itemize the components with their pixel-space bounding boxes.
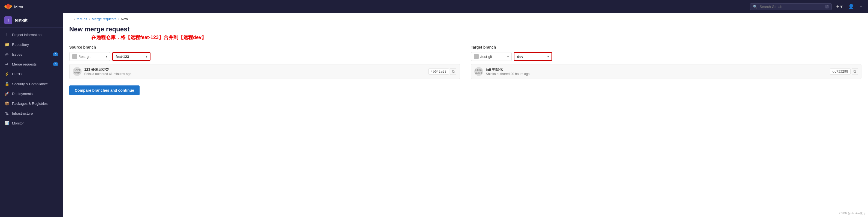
- target-branch-title: Target branch: [471, 45, 862, 49]
- target-repo-chevron: ▾: [507, 55, 509, 58]
- breadcrumb: ... › test-git › Merge requests › New: [63, 13, 868, 23]
- target-repo-value: /test-git: [480, 55, 492, 59]
- issues-badge: 0: [53, 52, 58, 56]
- target-commit-title: init 初始化: [486, 67, 827, 72]
- deploy-icon: 🚀: [4, 91, 9, 96]
- target-commit-info: Shinkavata init 初始化 Shinka authored 20 h…: [471, 64, 862, 79]
- sidebar-item-label: Repository: [12, 43, 29, 47]
- breadcrumb-section[interactable]: Merge requests: [92, 17, 116, 21]
- breadcrumb-sep-1: ›: [74, 17, 75, 21]
- target-branch-col: Target branch /test-git ▾ dev ▾: [471, 45, 862, 79]
- source-commit-details: 123 修改启动类 Shinka authored 41 minutes ago: [84, 67, 426, 76]
- sidebar-item-deployments[interactable]: 🚀 Deployments: [0, 89, 63, 99]
- nav-menu-label: Menu: [14, 4, 25, 9]
- target-branch-select[interactable]: dev ▾: [514, 52, 552, 61]
- sidebar-item-label: CI/CD: [12, 72, 22, 76]
- sidebar-item-repository[interactable]: 📁 Repository: [0, 39, 63, 49]
- breadcrumb-sep-2: ›: [89, 17, 90, 21]
- target-commit-avatar: Shinkavata: [474, 67, 483, 76]
- target-repo-select[interactable]: /test-git ▾: [471, 52, 512, 61]
- sidebar-item-merge-requests[interactable]: ⇌ Merge requests 0: [0, 59, 63, 69]
- app-body: T test-git ℹ Project information 📁 Repos…: [0, 13, 868, 217]
- target-avatar-label: Shinkavata: [475, 69, 482, 75]
- plus-icon: +: [836, 4, 839, 9]
- source-repo-avatar: [72, 54, 77, 59]
- branch-columns: Source branch /test-git ▾ feat-123 ▾: [69, 45, 862, 79]
- chevron-icon: ▾: [840, 4, 843, 9]
- packages-icon: 📦: [4, 101, 9, 106]
- source-commit-info: Shinkavata 123 修改启动类 Shinka authored 41 …: [69, 64, 460, 79]
- target-branch-selectors: /test-git ▾ dev ▾: [471, 52, 862, 61]
- page-header: New merge request 在远程仓库，将【远程feat-123】合并到…: [63, 23, 868, 45]
- source-repo-select[interactable]: /test-git ▾: [69, 52, 110, 61]
- sidebar-item-label: Infrastructure: [12, 111, 33, 115]
- source-commit-hash: 4b642a28: [428, 69, 449, 75]
- sidebar-item-label: Issues: [12, 52, 22, 56]
- info-icon: ℹ: [4, 32, 9, 37]
- sidebar-nav: ℹ Project information 📁 Repository ◎ Iss…: [0, 28, 63, 217]
- breadcrumb-current: New: [121, 17, 128, 21]
- sidebar-item-label: Security & Compliance: [12, 82, 48, 86]
- nav-logo[interactable]: Menu: [4, 3, 25, 10]
- source-commit-avatar: Shinkavata: [73, 67, 82, 76]
- source-repo-chevron: ▾: [106, 55, 107, 58]
- target-branch-value: dev: [517, 55, 523, 59]
- project-name: test-git: [15, 18, 28, 22]
- branch-section: Source branch /test-git ▾ feat-123 ▾: [63, 45, 868, 102]
- target-copy-hash-button[interactable]: ⧉: [851, 68, 858, 75]
- main-content: ... › test-git › Merge requests › New Ne…: [63, 13, 868, 217]
- issues-icon: ◎: [4, 52, 9, 57]
- merge-requests-badge: 0: [53, 62, 58, 66]
- project-avatar: T: [4, 17, 12, 24]
- profile-button[interactable]: 👤: [847, 2, 855, 11]
- fork-icon: ⑂: [860, 4, 863, 9]
- sidebar: T test-git ℹ Project information 📁 Repos…: [0, 13, 63, 217]
- monitor-icon: 📊: [4, 120, 9, 126]
- target-commit-details: init 初始化 Shinka authored 20 hours ago: [486, 67, 827, 76]
- target-repo-avatar: [474, 54, 479, 59]
- sidebar-item-label: Merge requests: [12, 62, 36, 66]
- fork-button[interactable]: ⑂: [859, 3, 864, 11]
- sidebar-item-infrastructure[interactable]: 🏗 Infrastructure: [0, 108, 63, 118]
- source-commit-hash-section: 4b642a28 ⧉: [428, 68, 456, 75]
- cicd-icon: ⚡: [4, 72, 9, 76]
- source-branch-selectors: /test-git ▾ feat-123 ▾: [69, 52, 460, 61]
- breadcrumb-sep-3: ›: [118, 17, 119, 21]
- breadcrumb-project[interactable]: test-git: [76, 17, 87, 21]
- source-branch-value: feat-123: [116, 55, 129, 59]
- repo-icon: 📁: [4, 42, 9, 47]
- breadcrumb-group[interactable]: ...: [69, 17, 72, 21]
- sidebar-item-label: Packages & Registries: [12, 102, 48, 106]
- page-title: New merge request: [69, 25, 862, 33]
- source-commit-title: 123 修改启动类: [84, 67, 426, 72]
- source-commit-meta: Shinka authored 41 minutes ago: [84, 72, 426, 76]
- sidebar-item-monitor[interactable]: 📊 Monitor: [0, 118, 63, 128]
- target-commit-meta: Shinka authored 20 hours ago: [486, 72, 827, 76]
- source-branch-select[interactable]: feat-123 ▾: [112, 52, 151, 61]
- top-navbar: Menu 🔍 / + ▾ 👤 ⑂: [0, 0, 868, 13]
- sidebar-item-cicd[interactable]: ⚡ CI/CD: [0, 69, 63, 79]
- target-commit-hash: dc733298: [830, 69, 850, 75]
- sidebar-item-packages-registries[interactable]: 📦 Packages & Registries: [0, 99, 63, 108]
- target-commit-hash-section: dc733298 ⧉: [830, 68, 858, 75]
- user-icon: 👤: [848, 4, 854, 9]
- security-icon: 🔒: [4, 81, 9, 86]
- sidebar-item-security-compliance[interactable]: 🔒 Security & Compliance: [0, 79, 63, 89]
- search-input[interactable]: [760, 5, 823, 9]
- annotation-text: 在远程仓库，将【远程feat-123】合并到【远程dev】: [91, 34, 206, 41]
- sidebar-item-project-information[interactable]: ℹ Project information: [0, 30, 63, 39]
- source-branch-chevron: ▾: [146, 55, 147, 58]
- sidebar-item-issues[interactable]: ◎ Issues 0: [0, 49, 63, 59]
- gitlab-logo-icon: [4, 3, 12, 10]
- sidebar-item-label: Monitor: [12, 121, 24, 125]
- search-bar[interactable]: 🔍 /: [750, 3, 832, 10]
- compare-branches-button[interactable]: Compare branches and continue: [69, 85, 140, 95]
- search-icon: 🔍: [753, 5, 757, 9]
- search-slash: /: [825, 5, 829, 8]
- merge-icon: ⇌: [4, 62, 9, 66]
- new-item-button[interactable]: + ▾: [835, 2, 844, 11]
- source-copy-hash-button[interactable]: ⧉: [450, 68, 456, 75]
- target-branch-chevron: ▾: [548, 55, 549, 58]
- source-branch-col: Source branch /test-git ▾ feat-123 ▾: [69, 45, 460, 79]
- source-repo-value: /test-git: [79, 55, 91, 59]
